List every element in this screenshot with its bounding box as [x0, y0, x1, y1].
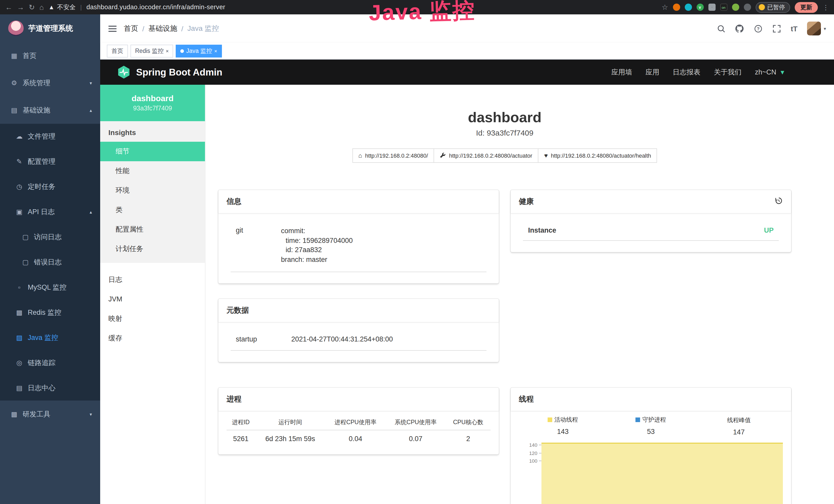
locale-selector[interactable]: zh~CN ▼	[755, 68, 786, 76]
breadcrumb-infrastructure[interactable]: 基础设施	[149, 24, 177, 33]
actuator-url-button[interactable]: http://192.168.0.2:48080/actuator	[434, 148, 539, 163]
sidebar-item-java-monitor[interactable]: ▨ Java 监控	[0, 325, 100, 350]
sba-nav: 应用墙 应用 日志报表 关于我们 zh~CN ▼	[611, 68, 834, 77]
sba-menu-mappings[interactable]: 映射	[100, 309, 205, 329]
sidebar-item-redis-monitor[interactable]: ▩ Redis 监控	[0, 300, 100, 325]
sba-nav-applications[interactable]: 应用	[645, 68, 659, 77]
sidebar-item-mysql-monitor[interactable]: ▫ MySQL 监控	[0, 275, 100, 300]
bookmark-star-icon[interactable]: ☆	[662, 4, 668, 11]
metadata-card: 元数据 startup 2021-04-27T00:44:31.254+08:0…	[218, 299, 499, 362]
process-card-body: 进程ID 运行时间 进程CPU使用率 系统CPU使用率 CPU核心数	[218, 411, 499, 455]
document-icon: ▢	[22, 258, 29, 266]
help-icon[interactable]: ?	[754, 24, 763, 33]
browser-menu-icon[interactable]: ⋮	[822, 3, 829, 11]
tag-label: 首页	[111, 47, 123, 55]
chart-plot-area	[542, 441, 783, 465]
sba-menu-jvm[interactable]: JVM	[100, 290, 205, 309]
y-tick: 140	[529, 442, 537, 448]
health-card: 健康 Instance UP	[511, 190, 791, 252]
eye-icon: ◎	[16, 359, 23, 367]
home-icon[interactable]: ⌂	[39, 4, 44, 11]
sba-menu-environment[interactable]: 环境	[100, 181, 205, 200]
sidebar-item-error-logs[interactable]: ▢ 错误日志	[0, 250, 100, 275]
app-title: 芋道管理系统	[28, 23, 73, 33]
sidebar-item-home[interactable]: ▦ 首页	[0, 42, 100, 69]
sidebar-item-api-logs[interactable]: ▣ API 日志 ▴	[0, 199, 100, 224]
sidebar-item-file-management[interactable]: ☁ 文件管理	[0, 124, 100, 149]
main-column: 首页 / 基础设施 / Java 监控 ?	[100, 15, 834, 504]
sidebar-item-system[interactable]: ⚙ 系统管理 ▾	[0, 69, 100, 96]
back-icon[interactable]: ←	[5, 4, 12, 11]
update-button[interactable]: 更新	[795, 2, 818, 13]
sba-nav-wallboard[interactable]: 应用墙	[611, 68, 632, 77]
close-icon[interactable]: ×	[214, 48, 217, 54]
git-branch-line: branch: master	[281, 255, 353, 265]
sidebar-item-dev-tools[interactable]: ▩ 研发工具 ▾	[0, 400, 100, 428]
tag-java-monitor[interactable]: Java 监控 ×	[176, 44, 222, 57]
fullscreen-icon[interactable]	[772, 24, 781, 33]
sidebar-item-tracing[interactable]: ◎ 链路追踪	[0, 350, 100, 375]
sidebar-item-log-center[interactable]: ▤ 日志中心	[0, 375, 100, 400]
address-url[interactable]: dashboard.yudao.iocoder.cn/infra/admin-s…	[86, 4, 225, 11]
health-url-button[interactable]: ♥ http://192.168.0.2:48080/actuator/heal…	[538, 148, 657, 163]
breadcrumb-home[interactable]: 首页	[124, 24, 138, 33]
sidebar-item-label: API 日志	[28, 207, 55, 216]
sidebar-item-config-management[interactable]: ✎ 配置管理	[0, 149, 100, 174]
sba-menu-config-props[interactable]: 配置属性	[100, 220, 205, 239]
hamburger-icon[interactable]	[108, 25, 117, 31]
sidebar-item-infrastructure[interactable]: ▤ 基础设施 ▴	[0, 96, 100, 124]
dashboard-icon: ▦	[10, 52, 18, 60]
user-menu[interactable]: ▾	[807, 22, 826, 36]
reload-icon[interactable]: ↻	[29, 4, 35, 11]
sba-menu-classes[interactable]: 类	[100, 200, 205, 220]
sba-menu-scheduled-tasks[interactable]: 计划任务	[100, 239, 205, 259]
tag-home[interactable]: 首页	[107, 44, 128, 57]
sba-menu-logs[interactable]: 日志	[100, 270, 205, 290]
page-title: dashboard	[218, 109, 791, 126]
chevron-down-icon: ▾	[90, 412, 92, 417]
card-title: 信息	[226, 197, 241, 206]
sba-menu-metrics[interactable]: 性能	[100, 161, 205, 181]
card-title: 元数据	[226, 305, 249, 315]
y-tick: 120	[529, 450, 537, 456]
instance-header[interactable]: dashboard 93a3fc7f7409	[100, 85, 205, 121]
paused-badge[interactable]: 已暂停	[755, 2, 790, 13]
extension-icon-4[interactable]	[708, 4, 715, 11]
close-icon[interactable]: ×	[166, 48, 169, 54]
font-size-icon[interactable]: tT	[791, 24, 797, 32]
sidebar-item-label: 错误日志	[34, 257, 62, 267]
extension-icon-3[interactable]: v	[696, 4, 704, 11]
info-key: git	[236, 226, 281, 265]
app: 芋道管理系统 ▦ 首页 ⚙ 系统管理 ▾ ▤ 基础设施 ▴ ☁ 文件管理 ✎	[0, 15, 834, 504]
extension-icon-7[interactable]	[744, 4, 751, 11]
sba-nav-journal[interactable]: 日志报表	[673, 68, 700, 77]
wrench-icon	[440, 153, 446, 159]
sba-body: dashboard 93a3fc7f7409 Insights 细节 性能 环境…	[100, 85, 834, 504]
forward-icon[interactable]: →	[17, 4, 24, 11]
history-icon[interactable]	[775, 197, 783, 206]
extension-icon-1[interactable]	[673, 4, 680, 11]
extension-icon-6[interactable]	[732, 4, 739, 11]
security-warning[interactable]: ▲ 不安全	[48, 3, 75, 12]
metadata-card-body: startup 2021-04-27T00:44:31.254+08:00	[218, 322, 499, 362]
sidebar-item-scheduled-tasks[interactable]: ◷ 定时任务	[0, 174, 100, 199]
search-icon[interactable]	[717, 24, 726, 33]
extension-icon-5[interactable]: on	[720, 4, 727, 11]
home-icon: ⌂	[358, 153, 362, 159]
extension-icon-2[interactable]	[684, 4, 692, 11]
sidebar-item-access-logs[interactable]: ▢ 访问日志	[0, 224, 100, 250]
sba-menu-details[interactable]: 细节	[100, 142, 205, 161]
tag-redis-monitor[interactable]: Redis 监控 ×	[130, 44, 173, 57]
card-title: 健康	[519, 197, 534, 206]
instance-name: dashboard	[132, 94, 174, 103]
sba-nav-about[interactable]: 关于我们	[714, 68, 742, 77]
sba-menu-caches[interactable]: 缓存	[100, 329, 205, 348]
admin-navbar: 首页 / 基础设施 / Java 监控 ?	[100, 15, 834, 43]
service-url-button[interactable]: ⌂ http://192.168.0.2:48080/	[352, 148, 434, 163]
java-monitor-icon: ▨	[16, 334, 23, 342]
threads-card-header: 线程	[511, 388, 791, 411]
card-title: 线程	[519, 394, 534, 404]
cell-system-cpu: 0.07	[386, 430, 446, 447]
github-icon[interactable]	[736, 24, 744, 33]
sba-brand[interactable]: Spring Boot Admin	[117, 65, 222, 79]
